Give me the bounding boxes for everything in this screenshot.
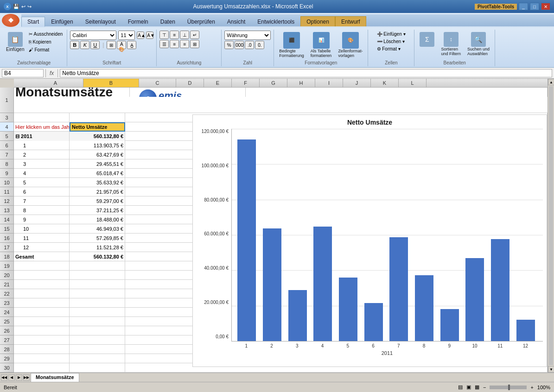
insert-cells-btn[interactable]: ➕ Einfügen ▾ [376,31,407,38]
cell-28a[interactable] [14,345,70,354]
cell-12a[interactable]: 7 [14,196,70,206]
cell-15a[interactable]: 10 [14,224,70,234]
cell-4a[interactable]: Hier klicken um das Jahr zu ändern -> ▼ [14,122,70,132]
border-btn[interactable]: ⊞ [107,41,116,49]
row-header-24[interactable]: 24 [0,308,13,317]
row-header-4[interactable]: 4 [0,122,13,132]
decimal-increase-btn[interactable]: .0 [245,41,254,49]
cell-5a[interactable]: ⊟ 2011 [14,132,70,141]
cut-button[interactable]: ✂ Ausschneiden [27,31,64,38]
cell-8a[interactable]: 3 [14,159,70,169]
cell-13b[interactable]: 37.211,25 € [70,206,125,215]
row-header-28[interactable]: 28 [0,345,13,354]
cell-16b[interactable]: 57.269,85 € [70,234,125,243]
col-header-f[interactable]: F [232,79,260,87]
row-header-16[interactable]: 16 [0,234,13,243]
align-right-btn[interactable]: ≡ [180,40,189,48]
cell-9a[interactable]: 4 [14,169,70,178]
cell-3a[interactable] [14,113,70,122]
tab-formeln[interactable]: Formeln [122,16,154,26]
cell-19b[interactable] [70,261,125,271]
cell-15b[interactable]: 46.949,03 € [70,224,125,234]
cell-22a[interactable] [14,289,70,298]
cell-12b[interactable]: 59.297,00 € [70,196,125,206]
tab-daten[interactable]: Daten [154,16,181,26]
paste-button[interactable]: 📋 Einfügen [4,31,26,53]
formula-input[interactable] [60,69,552,77]
cell-6b[interactable]: 113.903,75 € [70,141,125,150]
sheet-tab-active[interactable]: Monatsumsätze [31,373,79,382]
cell-27b[interactable] [70,335,125,345]
scrollbar-vertical[interactable]: ▲ ▼ [548,79,554,373]
sort-btn[interactable]: ↕ Sortierenund Filtern [439,31,463,57]
scroll-up-btn[interactable]: ▲ [548,79,554,85]
row-header-3[interactable]: 3 [0,113,13,122]
bold-btn[interactable]: B [70,41,79,49]
cell-17b[interactable]: 11.521,28 € [70,243,125,252]
col-header-h[interactable]: H [287,79,315,87]
row-header-13[interactable]: 13 [0,206,13,215]
row-header-23[interactable]: 23 [0,298,13,308]
zoom-thumb[interactable] [508,385,510,390]
cell-14a[interactable]: 9 [14,215,70,224]
cell-25b[interactable] [70,317,125,326]
cell-24b[interactable] [70,308,125,317]
merge-btn[interactable]: ⊞ [190,40,199,48]
copy-button[interactable]: ⎘ Kopieren [27,38,64,45]
sheet-nav-first[interactable]: ◀◀ [1,374,7,381]
scrollbar-horizontal-area[interactable] [79,373,548,382]
row-header-5[interactable]: 5 [0,132,13,141]
cell-17a[interactable]: 12 [14,243,70,252]
cell-23b[interactable] [70,298,125,308]
row-header-20[interactable]: 20 [0,271,13,280]
cell-11b[interactable]: 21.957,05 € [70,187,125,196]
cell-18a[interactable]: Gesamt [14,252,70,261]
row-header-26[interactable]: 26 [0,326,13,335]
conditional-format-btn[interactable]: ⬛ BedingteFormatierung [277,31,306,59]
row-header-11[interactable]: 11 [0,187,13,196]
cell-30b[interactable] [70,363,125,373]
row-header-10[interactable]: 10 [0,178,13,187]
row-header-29[interactable]: 29 [0,354,13,363]
find-btn[interactable]: 🔍 Suchen undAuswählen [465,31,492,57]
cell-4b-selected[interactable]: Netto Umsätze [70,122,125,132]
underline-btn[interactable]: U [90,41,100,49]
align-left-btn[interactable]: ☰ [159,40,169,48]
col-header-e[interactable]: E [204,79,232,87]
row-header-14[interactable]: 14 [0,215,13,224]
tab-einfuegen[interactable]: Einfügen [45,16,79,26]
col-header-l[interactable]: L [399,79,427,87]
maximize-btn[interactable]: □ [530,3,539,10]
cell-30a[interactable] [14,363,70,373]
cell-20a[interactable] [14,271,70,280]
cell-19a[interactable] [14,261,70,271]
row-header-19[interactable]: 19 [0,261,13,271]
cell-20b[interactable] [70,271,125,280]
sheet-nav-prev[interactable]: ◀ [8,374,15,381]
col-header-b[interactable]: B [83,79,139,87]
row-header-30[interactable]: 30 [0,363,13,373]
format-cells-btn[interactable]: ⚙ Format ▾ [376,45,401,52]
close-btn[interactable]: ✕ [541,3,550,10]
format-button[interactable]: 🖌 Format [27,46,64,53]
col-header-i[interactable]: I [315,79,343,87]
scroll-thumb-v[interactable] [549,86,553,365]
col-header-d[interactable]: D [176,79,204,87]
col-header-j[interactable]: J [343,79,371,87]
cell-styles-btn[interactable]: 🎨 Zellenformat-vorlagen [336,31,365,59]
font-family-select[interactable]: Calibri [70,31,116,40]
row-header-9[interactable]: 9 [0,169,13,178]
cell-29b[interactable] [70,354,125,363]
italic-btn[interactable]: K [80,41,89,49]
align-middle-btn[interactable]: ≡ [170,31,179,39]
align-center-btn[interactable]: ≡ [170,40,179,48]
decimal-decrease-btn[interactable]: 0. [255,41,264,49]
row-header-8[interactable]: 8 [0,159,13,169]
scroll-down-btn[interactable]: ▼ [548,366,554,373]
row-header-12[interactable]: 12 [0,196,13,206]
delete-cells-btn[interactable]: ➖ Löschen ▾ [376,38,406,45]
row-header-21[interactable]: 21 [0,280,13,289]
view-break-icon[interactable]: ▦ [475,384,479,390]
col-header-c[interactable]: C [139,79,176,87]
tab-seitenlayout[interactable]: Seitenlayout [79,16,122,26]
